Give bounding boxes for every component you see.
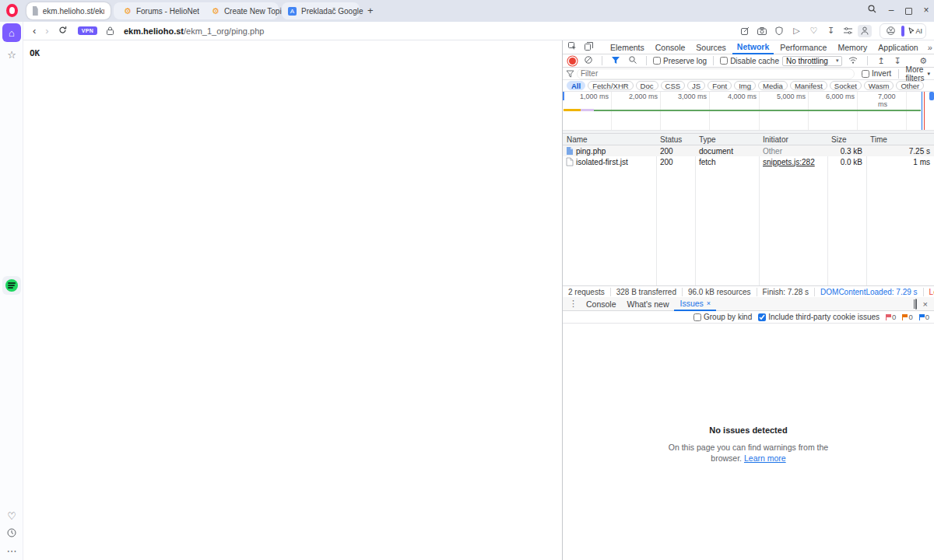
more-options-icon[interactable]: ⋯ [2,541,21,560]
tab-performance[interactable]: Performance [775,40,831,54]
issues-empty-title: No issues detected [563,425,934,435]
sidebar-toggle-indicator[interactable] [901,26,904,37]
sliders-icon[interactable] [841,25,855,37]
export-har-icon[interactable]: ↧ [891,56,904,66]
filter-input[interactable] [578,69,854,79]
aria-ai-button[interactable]: AI [908,27,922,35]
column-header-time[interactable]: Time [866,134,934,145]
bookmarks-icon[interactable]: ☆ [2,45,21,64]
checkbox[interactable] [862,70,869,78]
send-to-device-icon[interactable]: ▷ [789,25,803,37]
filter-funnel-icon[interactable] [609,56,623,65]
column-header-name[interactable]: Name [563,134,656,145]
initiator-link[interactable]: snippets.js:282 [763,158,815,166]
more-tabs-icon[interactable]: » [925,43,934,52]
include-third-party-checkbox[interactable]: Include third-party cookie issues [758,313,880,321]
url-text[interactable]: ekm.helioho.st/ekm_1_org/ping.php [124,26,264,36]
new-tab-button[interactable]: + [367,5,374,16]
chip-doc[interactable]: Doc [636,81,658,90]
back-button[interactable]: ‹ [28,25,40,37]
tab-console[interactable]: Console [651,40,690,54]
chip-wasm[interactable]: Wasm [864,81,894,90]
document-icon [567,158,573,166]
overview-left-grip[interactable] [563,92,564,100]
chip-socket[interactable]: Socket [830,81,862,90]
tab-forums[interactable]: ⚙ Forums - HelioNet [118,2,205,19]
spotify-icon[interactable] [2,276,21,295]
search-tabs-icon[interactable] [864,5,880,16]
history-clock-icon[interactable] [2,523,21,542]
chip-media[interactable]: Media [758,81,788,90]
wallet-icon[interactable] [883,25,897,37]
disable-cache-checkbox[interactable]: Disable cache [720,57,779,65]
checkbox[interactable] [653,57,661,65]
opera-logo[interactable] [6,4,18,17]
record-network-icon[interactable] [569,58,576,65]
heart-icon[interactable]: ♡ [806,25,820,37]
heart-sidebar-icon[interactable]: ♡ [2,506,21,525]
lock-icon[interactable] [104,25,118,37]
close-drawer-icon[interactable]: × [920,299,931,309]
tab-network[interactable]: Network [732,40,774,54]
minimize-button[interactable]: – [883,5,899,16]
inspect-element-icon[interactable] [565,42,580,52]
shield-icon[interactable] [772,25,786,37]
drawer-tab-console[interactable]: Console [581,297,622,311]
chip-img[interactable]: Img [734,81,756,90]
clear-network-icon[interactable] [581,56,595,65]
snapshot-camera-icon[interactable] [755,25,769,37]
vpn-badge[interactable]: VPN [78,26,97,35]
tab-sources[interactable]: Sources [691,40,731,54]
checkbox[interactable] [693,313,701,321]
tab-translate[interactable]: A Prekladač Google [282,2,370,19]
profile-icon[interactable] [858,25,872,37]
split-panel-icon[interactable] [912,299,920,309]
import-har-icon[interactable]: ↥ [874,56,887,66]
device-toolbar-icon[interactable] [581,42,596,52]
preserve-log-checkbox[interactable]: Preserve log [653,57,707,65]
forward-button[interactable]: › [40,25,53,37]
home-icon[interactable]: ⌂ [2,23,21,42]
drawer-tab-issues[interactable]: Issues × [674,297,716,311]
checkbox[interactable] [758,313,766,321]
column-header-initiator[interactable]: Initiator [759,134,827,145]
chip-manifest[interactable]: Manifest [790,81,827,90]
address-bar: ‹ › VPN ekm.helioho.st/ekm_1_org/ping.ph… [0,22,934,40]
chip-js[interactable]: JS [687,81,705,90]
request-size: 0.3 kB [827,145,866,156]
network-overview-timeline[interactable]: 1,000 ms 2,000 ms 3,000 ms 4,000 ms 5,00… [563,92,934,134]
drawer-tab-whats-new[interactable]: What's new [622,297,675,311]
chip-css[interactable]: CSS [661,81,686,90]
tab-application[interactable]: Application [873,40,922,54]
compose-icon[interactable] [738,25,752,37]
group-by-kind-checkbox[interactable]: Group by kind [693,313,752,321]
table-row[interactable]: ping.php 200 document Other 0.3 kB 7.25 … [563,145,934,156]
column-header-status[interactable]: Status [656,134,695,145]
column-header-type[interactable]: Type [695,134,759,145]
drawer-menu-icon[interactable]: ⋮ [566,299,581,309]
chip-other[interactable]: Other [896,81,924,90]
column-header-size[interactable]: Size [827,134,866,145]
invert-checkbox[interactable]: Invert [862,69,891,78]
throttling-select[interactable]: No throttling ▾ [782,56,842,66]
search-network-icon[interactable] [626,56,640,65]
tab-elements[interactable]: Elements [606,40,649,54]
summary-requests: 2 requests [563,288,611,296]
chip-all[interactable]: All [567,81,585,90]
load-marker [924,92,925,134]
reload-button[interactable] [54,25,72,37]
chip-font[interactable]: Font [708,81,732,90]
learn-more-link[interactable]: Learn more [744,453,786,463]
tab-memory[interactable]: Memory [833,40,872,54]
maximize-button[interactable] [905,8,912,15]
close-issues-tab-icon[interactable]: × [707,299,711,307]
close-window-button[interactable]: × [918,5,934,16]
tab-active[interactable]: ekm.helioho.st/ekm_1_org [26,2,111,19]
overview-right-grip[interactable] [929,92,934,100]
tick-label: 4,000 ms [728,93,759,100]
chip-fetch-xhr[interactable]: Fetch/XHR [588,81,633,90]
network-conditions-icon[interactable] [845,56,861,65]
table-row[interactable]: isolated-first.jst 200 fetch snippets.js… [563,156,934,167]
download-icon[interactable]: ↧ [823,25,837,37]
checkbox[interactable] [720,57,728,65]
